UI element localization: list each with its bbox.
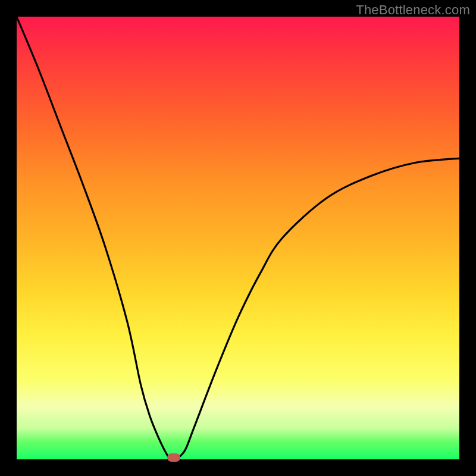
watermark-text: TheBottleneck.com [356,2,470,18]
chart-frame: TheBottleneck.com [0,0,476,476]
plot-area [17,17,459,459]
bottleneck-curve [17,17,459,459]
optimal-marker [167,453,180,462]
